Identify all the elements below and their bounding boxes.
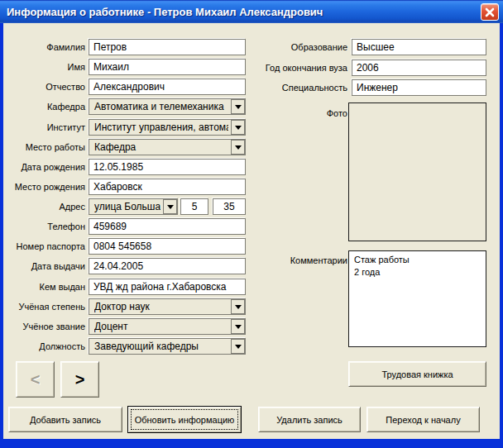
comments-textarea[interactable]: Стаж работы 2 года xyxy=(348,250,486,347)
street-combo[interactable]: улица Большая xyxy=(89,198,178,215)
workplace-label: Место работы xyxy=(3,139,85,155)
issue-date-label: Дата выдачи xyxy=(3,258,85,274)
delete-record-button[interactable]: Удалить запись xyxy=(258,407,361,432)
position-label: Должность xyxy=(3,338,85,355)
issue-date-input[interactable] xyxy=(89,258,246,274)
phone-input[interactable] xyxy=(89,218,246,235)
apartment-input[interactable] xyxy=(213,198,246,215)
next-record-button[interactable]: > xyxy=(60,361,99,398)
surname-input[interactable] xyxy=(89,39,246,55)
phone-label: Телефон xyxy=(3,218,85,235)
academic-title-label: Учёное звание xyxy=(3,318,85,335)
firstname-input[interactable] xyxy=(89,59,246,75)
comments-label: Комментарии xyxy=(252,252,347,269)
passport-number-input[interactable] xyxy=(89,238,246,255)
institute-combo[interactable]: Институт управления, автомат xyxy=(89,119,246,136)
chevron-down-icon[interactable] xyxy=(231,339,245,354)
go-to-start-button[interactable]: Переход к началу xyxy=(366,407,480,432)
education-label: Образование xyxy=(252,39,347,55)
add-record-button[interactable]: Добавить запись xyxy=(8,407,122,432)
prev-record-button[interactable]: < xyxy=(16,361,55,398)
birthdate-label: Дата рождения xyxy=(3,159,85,175)
chevron-down-icon[interactable] xyxy=(231,120,245,135)
address-label: Адрес xyxy=(3,198,85,215)
issued-by-label: Кем выдан xyxy=(3,279,85,295)
prev-arrow-icon: < xyxy=(31,370,41,389)
education-input[interactable] xyxy=(352,39,486,55)
chevron-down-icon[interactable] xyxy=(231,319,245,334)
patronymic-label: Отчество xyxy=(3,79,85,95)
issued-by-input[interactable] xyxy=(89,279,246,295)
titlebar[interactable]: Информация о работнике - Петров Михаил А… xyxy=(0,0,503,23)
graduation-year-label: Год окончания вуза xyxy=(252,60,347,76)
work-record-button[interactable]: Трудовая книжка xyxy=(348,361,486,387)
surname-label: Фамилия xyxy=(3,39,85,55)
graduation-year-input[interactable] xyxy=(352,60,486,76)
department-label: Кафедра xyxy=(3,98,85,115)
employee-info-window: Информация о работнике - Петров Михаил А… xyxy=(0,0,503,448)
academic-degree-combo[interactable]: Доктор наук xyxy=(89,298,246,315)
birthdate-input[interactable] xyxy=(89,159,246,175)
chevron-down-icon[interactable] xyxy=(163,199,177,214)
patronymic-input[interactable] xyxy=(89,79,246,95)
close-icon xyxy=(485,7,495,17)
specialty-input[interactable] xyxy=(352,79,486,96)
close-button[interactable] xyxy=(481,3,499,21)
academic-title-combo[interactable]: Доцент xyxy=(89,318,246,335)
chevron-down-icon[interactable] xyxy=(231,140,245,155)
firstname-label: Имя xyxy=(3,59,85,75)
chevron-down-icon[interactable] xyxy=(231,299,245,314)
position-combo[interactable]: Заведующий кафедры xyxy=(89,338,246,355)
photo-label: Фото xyxy=(252,105,347,122)
birthplace-input[interactable] xyxy=(89,179,246,195)
update-info-button[interactable]: Обновить информацию xyxy=(127,406,242,433)
birthplace-label: Место рождения xyxy=(3,179,85,195)
window-title: Информация о работнике - Петров Михаил А… xyxy=(0,6,323,18)
photo-frame xyxy=(348,102,486,241)
passport-number-label: Номер паспорта xyxy=(3,238,85,255)
academic-degree-label: Учёная степень xyxy=(3,298,85,315)
workplace-combo[interactable]: Кафедра xyxy=(89,139,246,155)
chevron-down-icon[interactable] xyxy=(231,99,245,114)
institute-label: Институт xyxy=(3,119,85,136)
next-arrow-icon: > xyxy=(75,370,85,389)
house-input[interactable] xyxy=(180,198,208,215)
specialty-label: Специальность xyxy=(252,79,347,96)
department-combo[interactable]: Автоматика и телемеханика xyxy=(89,98,246,115)
